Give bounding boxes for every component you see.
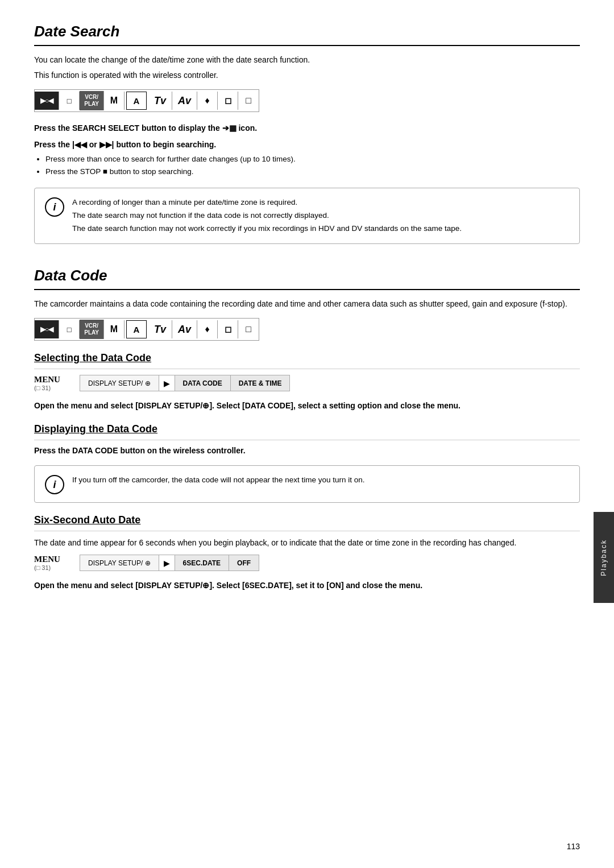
dc-mode-box1-icon: □ <box>59 320 80 338</box>
displaying-info-box: i If you turn off the camcorder, the dat… <box>34 465 580 503</box>
six-second-arrow-icon: ▶ <box>159 555 175 571</box>
menu-label: MENU (□ 31) <box>34 375 80 391</box>
dc-mode-m-icon: M <box>104 320 125 338</box>
six-second-menu-cells: DISPLAY SETUP/ ⊕ ▶ 6SEC.DATE OFF <box>80 555 259 571</box>
displaying-info-text: If you turn off the camcorder, the data … <box>72 474 365 487</box>
six-second-title: Six-Second Auto Date <box>34 514 580 526</box>
mode-tape-icon: ▶○◀ <box>35 92 59 110</box>
displaying-info-icon: i <box>45 475 64 494</box>
step-2: Press the |◀◀ or ▶▶| button to begin sea… <box>34 139 580 177</box>
playback-sidebar: Playback <box>594 512 614 603</box>
menu-arrow-icon: ▶ <box>159 375 175 391</box>
sub-steps: Press more than once to search for furth… <box>45 153 580 177</box>
mode-play-icon: ◻ <box>218 92 238 110</box>
displaying-bold-text: Press the DATA CODE button on the wirele… <box>34 446 580 455</box>
mode-av-icon: Av <box>172 92 197 110</box>
date-search-title: Date Search <box>34 23 580 40</box>
sub-step-1: Press more than once to search for furth… <box>45 153 580 166</box>
date-search-info-box: i A recording of longer than a minute pe… <box>34 188 580 244</box>
page-number: 113 <box>567 842 580 851</box>
menu-cell-data-code: DATA CODE <box>175 375 231 391</box>
date-search-intro2: This function is operated with the wirel… <box>34 69 580 81</box>
six-second-instruction: Open the menu and select [DISPLAY SETUP/… <box>34 579 580 592</box>
menu-cell-display-setup: DISPLAY SETUP/ ⊕ <box>80 375 159 391</box>
selecting-data-code-title: Selecting the Data Code <box>34 352 580 364</box>
six-second-menu-row: MENU (□ 31) DISPLAY SETUP/ ⊕ ▶ 6SEC.DATE… <box>34 555 580 571</box>
six-second-cell-6secdate: 6SEC.DATE <box>175 555 229 571</box>
menu-cell-date-time: DATE & TIME <box>231 375 290 391</box>
selecting-instruction: Open the menu and select [DISPLAY SETUP/… <box>34 399 580 412</box>
date-search-steps: Press the SEARCH SELECT button to displa… <box>34 122 580 177</box>
date-search-mode-bar: ▶○◀ □ VCR/PLAY M A Tv Av ♦ ◻ □ <box>34 89 259 112</box>
displaying-data-code-title: Displaying the Data Code <box>34 423 580 435</box>
menu-cells: DISPLAY SETUP/ ⊕ ▶ DATA CODE DATE & TIME <box>80 375 290 391</box>
mode-camera-icon: ♦ <box>197 92 218 110</box>
six-second-divider <box>34 531 580 531</box>
six-second-cell-display-setup: DISPLAY SETUP/ ⊕ <box>80 555 159 571</box>
selecting-divider <box>34 369 580 369</box>
six-second-intro: The date and time appear for 6 seconds w… <box>34 537 580 549</box>
sub-step-2: Press the STOP ■ button to stop searchin… <box>45 166 580 178</box>
playback-label: Playback <box>600 539 608 576</box>
mode-box1-icon: □ <box>59 92 80 110</box>
dc-mode-tape-icon: ▶○◀ <box>35 320 59 338</box>
six-second-menu-label: MENU (□ 31) <box>34 555 80 571</box>
data-code-mode-bar: ▶○◀ □ VCR/PLAY M A Tv Av ♦ ◻ □ <box>34 318 259 341</box>
info-icon: i <box>45 197 64 217</box>
step-1: Press the SEARCH SELECT button to displa… <box>34 122 580 134</box>
date-search-divider <box>34 45 580 46</box>
selecting-menu-row: MENU (□ 31) DISPLAY SETUP/ ⊕ ▶ DATA CODE… <box>34 375 580 391</box>
dc-mode-vcrplay-icon: VCR/PLAY <box>80 320 104 339</box>
dc-mode-play-icon: ◻ <box>218 320 238 338</box>
data-code-intro: The camcorder maintains a data code cont… <box>34 298 580 310</box>
dc-mode-camera-icon: ♦ <box>197 320 218 338</box>
data-code-divider <box>34 289 580 290</box>
dc-mode-tv-icon: Tv <box>148 320 172 338</box>
mode-square-icon: □ <box>238 92 259 110</box>
displaying-divider <box>34 440 580 440</box>
mode-a-icon: A <box>126 92 147 110</box>
six-second-cell-off: OFF <box>229 555 259 571</box>
dc-mode-square-icon: □ <box>238 320 259 338</box>
selecting-data-code-section: Selecting the Data Code MENU (□ 31) DISP… <box>34 352 580 412</box>
displaying-data-code-section: Displaying the Data Code Press the DATA … <box>34 423 580 503</box>
data-code-section: Data Code The camcorder maintains a data… <box>34 267 580 592</box>
date-search-info-text: A recording of longer than a minute per … <box>72 196 462 235</box>
dc-mode-a-icon: A <box>126 320 147 338</box>
six-second-section: Six-Second Auto Date The date and time a… <box>34 514 580 592</box>
mode-tv-icon: Tv <box>148 92 172 110</box>
data-code-title: Data Code <box>34 267 580 284</box>
mode-vcrplay-icon: VCR/PLAY <box>80 91 104 110</box>
mode-m-icon: M <box>104 92 125 110</box>
date-search-intro1: You can locate the change of the date/ti… <box>34 54 580 66</box>
dc-mode-av-icon: Av <box>172 320 197 338</box>
